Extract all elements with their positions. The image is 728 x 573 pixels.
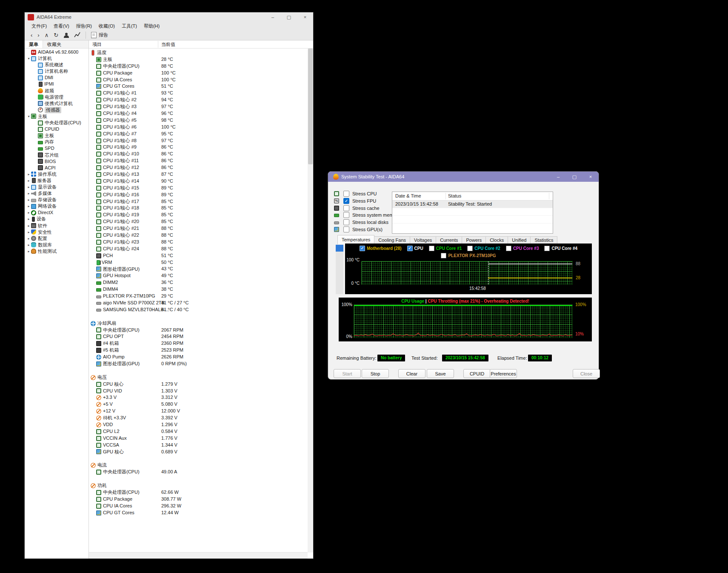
sensor-row[interactable]: CPU #1/核心 #1589 °C [89,185,308,192]
tree-expander[interactable]: ▸ [26,190,31,197]
sst-minimize-button[interactable]: – [550,172,566,182]
sensor-row[interactable]: CPU #1/核心 #795 °C [89,131,308,138]
section-header[interactable]: 温度 [89,49,308,56]
scrollbar-thumb[interactable] [308,49,313,164]
tree-item-28[interactable]: ▸安全性 [25,229,89,235]
sensor-row[interactable]: CPU #1/核心 #1689 °C [89,192,308,198]
report-button[interactable]: 报告 [89,32,111,39]
tree-item-1[interactable]: ▾计算机 [25,55,89,62]
stop-button[interactable]: Stop [362,369,389,378]
tree-expander[interactable]: ▸ [26,216,31,222]
tree-item-3[interactable]: 计算机名称 [25,68,89,74]
sensor-row[interactable]: 中央处理器(CPU)49.00 A [89,469,308,476]
tree-item-7[interactable]: 电源管理 [25,94,89,100]
tree-expander[interactable]: ▸ [26,178,31,184]
stress-checkbox[interactable] [343,191,349,197]
sensor-row[interactable]: CPU #1/核心 #2388 °C [89,239,308,246]
chart-icon[interactable] [74,32,80,39]
sensor-row[interactable]: VCCIN Aux1.776 V [89,435,308,442]
tree-item-6[interactable]: 超频 [25,88,89,94]
legend-checkbox[interactable] [441,253,446,258]
tree-expander[interactable]: ▸ [26,235,31,242]
tree-expander[interactable]: ▾ [26,55,31,62]
stress-checkbox[interactable] [343,219,349,225]
sensor-row[interactable]: CPU VID1.303 V [89,388,308,395]
sensor-row[interactable]: CPU #1/核心 #1286 °C [89,164,308,171]
tree-item-19[interactable]: ▸操作系统 [25,171,89,178]
section-header[interactable]: 冷却风扇 [89,320,308,327]
sensor-row[interactable]: CPU OPT2454 RPM [89,333,308,340]
refresh-icon[interactable]: ↻ [51,31,61,40]
tree-item-13[interactable]: 主板 [25,132,89,139]
menu-item-3[interactable]: 收藏(O) [95,22,118,30]
tree-item-5[interactable]: IPMI [25,81,89,87]
sensor-row[interactable]: CPU 核心1.279 V [89,381,308,388]
tree-item-27[interactable]: ▸软件 [25,223,89,229]
sensor-row[interactable]: CPU IA Cores296.32 W [89,503,308,510]
sensor-row[interactable]: CPU L20.584 V [89,428,308,435]
close-button[interactable]: × [297,12,313,22]
sensor-row[interactable]: CPU #1/核心 #294 °C [89,97,308,103]
forward-icon[interactable]: › [35,31,42,40]
sensor-row[interactable]: CPU #1/核心 #1186 °C [89,158,308,164]
tree-expander[interactable]: ▸ [26,229,31,235]
sensor-row[interactable]: 主板28 °C [89,56,308,63]
nav-tab-1[interactable]: 收藏夹 [43,40,66,48]
sensor-row[interactable]: CPU #1/核心 #897 °C [89,138,308,144]
sensor-row[interactable]: CPU GT Cores12.44 W [89,510,308,516]
tree-expander[interactable]: ▸ [26,248,31,255]
tree-item-23[interactable]: ▸存储设备 [25,197,89,203]
section-header[interactable]: 功耗 [89,482,308,489]
tree-item-14[interactable]: 内存 [25,139,89,145]
tree-item-9[interactable]: 传感器 [25,107,89,113]
sensor-row[interactable]: CPU #1/核心 #1387 °C [89,171,308,178]
tree-item-15[interactable]: SPD [25,145,89,152]
sst-titlebar[interactable]: System Stability Test - AIDA64 – ▢ × [328,172,599,182]
vertical-scrollbar[interactable] [308,49,313,553]
graph-scrollbar[interactable] [336,244,343,294]
tree-item-30[interactable]: ▸数据库 [25,242,89,248]
sensor-row[interactable]: aigo NVMe SSD P7000Z 2TB41 °C / 27 °C [89,300,308,307]
sensor-row[interactable]: SAMSUNG MZVLB2T0HALB-...41 °C / 40 °C [89,307,308,313]
sst-maximize-button[interactable]: ▢ [566,172,582,182]
legend-checkbox[interactable] [429,246,434,251]
sensor-row[interactable]: CPU #1/核心 #2085 °C [89,218,308,225]
legend-checkbox[interactable] [506,246,511,251]
sensor-row[interactable]: DIMM236 °C [89,279,308,286]
sensor-row[interactable]: +3.3 V3.312 V [89,394,308,401]
tree-item-11[interactable]: 中央处理器(CPU) [25,120,89,126]
user-icon[interactable] [63,33,69,38]
tree-expander[interactable]: ▾ [26,113,31,120]
sensor-row[interactable]: CPU #1/核心 #397 °C [89,103,308,110]
sensor-row[interactable]: 中央处理器(CPU)62.66 W [89,489,308,496]
tree-item-8[interactable]: 便携式计算机 [25,100,89,107]
section-header[interactable]: 电流 [89,462,308,469]
legend-checkbox[interactable] [544,246,550,251]
sensor-row[interactable]: CPU #1/核心 #1086 °C [89,151,308,158]
sensor-row[interactable]: CPU #1/核心 #2288 °C [89,232,308,239]
sensor-row[interactable]: PCH51 °C [89,252,308,259]
sensor-row[interactable]: CPU #1/核心 #193 °C [89,90,308,97]
event-log[interactable]: Date & Time Status 2023/10/15 15:42:58St… [392,192,553,234]
menu-item-0[interactable]: 文件(F) [28,22,50,30]
sensor-row[interactable]: PLEXTOR PX-2TM10PG29 °C [89,293,308,300]
sensor-row[interactable]: CPU #1/核心 #986 °C [89,144,308,151]
nav-tab-0[interactable]: 菜单 [25,40,43,48]
horizontal-scrollbar[interactable] [89,552,308,559]
tree-item-25[interactable]: ▸DirectX [25,209,89,216]
tree-expander[interactable]: ▸ [26,242,31,248]
sensor-row[interactable]: DIMM438 °C [89,286,308,293]
tree-item-16[interactable]: 芯片组 [25,152,89,158]
menu-item-1[interactable]: 查看(V) [50,22,73,30]
sensor-row[interactable]: CPU #1/核心 #6100 °C [89,124,308,131]
back-icon[interactable]: ‹ [28,31,35,40]
sensor-row[interactable]: CPU #1/核心 #2488 °C [89,246,308,252]
sensor-row[interactable]: CPU Package100 °C [89,70,308,77]
tree-item-17[interactable]: BIOS [25,158,89,165]
sensor-row[interactable]: GPU Hotspot49 °C [89,272,308,279]
stress-checkbox[interactable] [343,212,349,218]
tree-expander[interactable]: ▸ [26,209,31,216]
stress-checkbox[interactable] [343,226,349,232]
tree-item-20[interactable]: ▸服务器 [25,178,89,184]
titlebar[interactable]: AIDA64 Extreme – ▢ × [25,12,313,22]
